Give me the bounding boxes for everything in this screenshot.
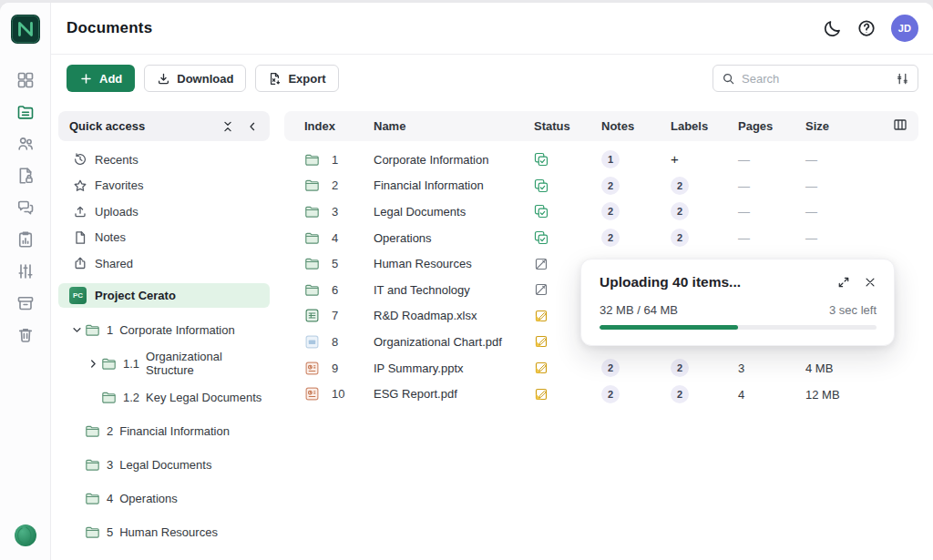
col-pages: Pages — [738, 119, 805, 133]
status-approved-icon — [534, 230, 601, 245]
labels-count-badge[interactable]: 2 — [671, 202, 689, 220]
plus-icon — [79, 72, 93, 86]
upload-time-left: 3 sec left — [829, 303, 877, 317]
quick-access-panel: Quick access Recents Favorites — [58, 111, 270, 560]
app-window: Documents JD Add Download Export — [0, 3, 933, 560]
quick-access-label: Favorites — [95, 178, 143, 192]
app-logo[interactable] — [11, 15, 40, 44]
help-icon[interactable] — [857, 19, 876, 37]
tree-item[interactable]: 3Legal Documents — [58, 448, 270, 482]
download-icon — [157, 72, 170, 86]
row-name[interactable]: IT and Technology — [374, 283, 534, 297]
notes-count-badge[interactable]: 2 — [601, 359, 620, 377]
secure-document-icon[interactable] — [16, 167, 35, 185]
users-icon[interactable] — [16, 135, 35, 153]
table-row[interactable]: 2Financial Information22—— — [284, 173, 918, 199]
workspace-avatar[interactable] — [14, 524, 37, 547]
notes-count-badge[interactable]: 2 — [601, 177, 620, 195]
user-avatar[interactable]: JD — [891, 15, 918, 42]
expand-icon[interactable] — [837, 276, 850, 289]
row-index: 9 — [332, 361, 338, 375]
table-row[interactable]: 4Operations22—— — [284, 225, 918, 251]
row-name[interactable]: ESG Report.pdf — [374, 387, 534, 401]
row-name[interactable]: Organizational Chart.pdf — [374, 335, 534, 349]
quick-access-item-shared[interactable]: Shared — [58, 250, 270, 277]
tree-item[interactable]: 4Operations — [58, 482, 270, 515]
documents-icon[interactable] — [16, 103, 35, 121]
folder-icon — [304, 256, 320, 271]
row-name[interactable]: Corporate Information — [374, 153, 534, 167]
quick-access-item-favorites[interactable]: Favorites — [58, 173, 270, 199]
row-pages: — — [738, 205, 750, 219]
row-pages: 4 — [738, 388, 744, 402]
archive-icon[interactable] — [16, 294, 35, 312]
tree-item[interactable]: 1.2Key Legal Documents — [58, 381, 270, 414]
page-header: Documents JD — [51, 3, 933, 55]
add-button-label: Add — [99, 72, 122, 86]
folder-icon — [85, 322, 100, 338]
quick-access-label: Uploads — [95, 205, 138, 219]
labels-count-badge[interactable]: 2 — [671, 385, 689, 403]
trash-icon[interactable] — [16, 326, 35, 344]
add-label-button[interactable]: + — [671, 151, 679, 167]
dark-mode-icon[interactable] — [824, 19, 842, 37]
table-row[interactable]: 3Legal Documents22—— — [284, 199, 918, 225]
project-item-cerato[interactable]: PC Project Cerato — [58, 283, 270, 308]
notes-count-badge[interactable]: 2 — [601, 229, 620, 247]
download-button[interactable]: Download — [144, 65, 246, 92]
table-row[interactable]: 1Corporate Information1+—— — [284, 147, 918, 173]
folder-icon — [85, 524, 100, 540]
collapse-panel-icon[interactable] — [246, 120, 259, 133]
row-name[interactable]: Human Resources — [374, 257, 534, 270]
export-button-label: Export — [288, 72, 325, 86]
tree-item[interactable]: 1.1Organizational Structure — [58, 347, 270, 381]
folder-icon — [85, 457, 100, 473]
project-label: Project Cerato — [95, 289, 176, 302]
clipboard-report-icon[interactable] — [16, 230, 35, 249]
close-icon[interactable] — [864, 276, 877, 289]
tree-item[interactable]: 2Financial Information — [58, 414, 270, 448]
upload-progress-label: 32 MB / 64 MB — [600, 303, 678, 317]
row-name[interactable]: R&D Roadmap.xlsx — [374, 309, 534, 322]
notes-count-badge[interactable]: 1 — [601, 150, 620, 168]
table-row[interactable]: 10ESG Report.pdf22412 MB — [284, 381, 918, 407]
row-index: 2 — [332, 178, 338, 192]
tree-item[interactable]: 1Corporate Information — [58, 313, 270, 347]
quick-access-item-notes[interactable]: Notes — [58, 225, 270, 251]
notes-count-badge[interactable]: 2 — [601, 202, 620, 220]
recents-icon — [73, 152, 87, 167]
table-row[interactable]: 9IP Summary.pptx2234 MB — [284, 355, 918, 382]
dashboard-icon[interactable] — [16, 71, 35, 89]
labels-count-badge[interactable]: 2 — [671, 177, 689, 195]
quick-access-item-recents[interactable]: Recents — [58, 147, 270, 173]
status-approved-icon — [534, 204, 601, 219]
tree-item-label: Legal Documents — [119, 458, 211, 472]
search-input[interactable] — [742, 72, 889, 86]
chevron-down-icon[interactable] — [71, 323, 85, 336]
notes-count-badge[interactable]: 2 — [601, 385, 620, 403]
folder-icon — [101, 356, 117, 372]
folder-icon — [304, 178, 320, 193]
row-name[interactable]: Legal Documents — [374, 205, 534, 219]
quick-access-label: Recents — [95, 153, 138, 167]
add-button[interactable]: Add — [67, 65, 135, 92]
filter-sliders-icon[interactable] — [896, 72, 909, 86]
tree-item[interactable]: 5Human Resources — [58, 515, 270, 549]
quick-access-item-uploads[interactable]: Uploads — [58, 199, 270, 225]
labels-count-badge[interactable]: 2 — [671, 229, 689, 247]
collapse-all-icon[interactable] — [221, 120, 234, 133]
export-button[interactable]: Export — [255, 65, 338, 92]
row-name[interactable]: IP Summary.pptx — [374, 361, 534, 375]
labels-count-badge[interactable]: 2 — [671, 359, 689, 377]
chevron-right-icon[interactable] — [87, 357, 101, 370]
comments-icon[interactable] — [16, 199, 35, 217]
tree-item-number: 1 — [107, 323, 113, 337]
search-icon — [722, 72, 735, 86]
column-settings-icon[interactable] — [893, 117, 907, 132]
tree-item-label: Human Resources — [119, 525, 218, 539]
row-name[interactable]: Financial Information — [374, 178, 534, 192]
row-name[interactable]: Operations — [374, 231, 534, 245]
search-box[interactable] — [713, 65, 918, 92]
status-editing-icon — [534, 361, 601, 375]
adjustments-icon[interactable] — [16, 262, 35, 280]
